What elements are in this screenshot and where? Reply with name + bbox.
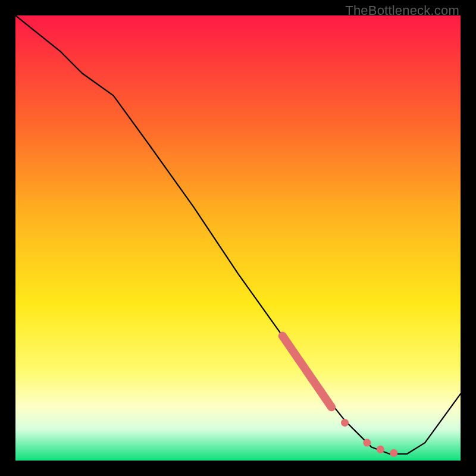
chart-background [15,15,461,461]
highlight-dot [363,439,371,447]
highlight-dot [390,449,397,457]
highlight-dot [377,446,384,453]
bottleneck-chart [15,15,461,461]
highlight-dot [341,419,349,427]
watermark: TheBottleneck.com [345,3,459,18]
